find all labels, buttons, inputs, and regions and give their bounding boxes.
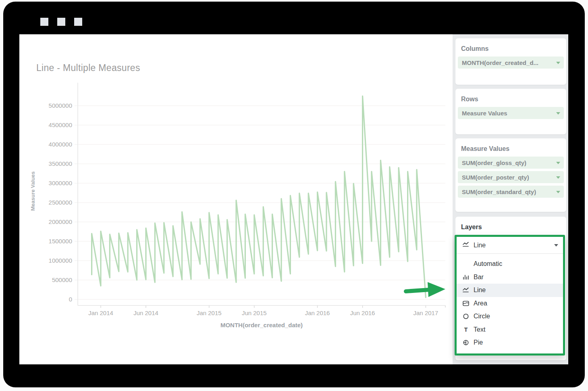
app-window: Line - Multiple Measures 050000010000001… bbox=[19, 34, 568, 364]
svg-text:MONTH(order_created_date): MONTH(order_created_date) bbox=[220, 322, 303, 328]
columns-shelf-label: Columns bbox=[455, 38, 566, 56]
svg-text:1000000: 1000000 bbox=[49, 257, 72, 264]
arrow-right-icon bbox=[400, 276, 449, 301]
svg-text:5000000: 5000000 bbox=[49, 102, 72, 109]
titlebar-button-3[interactable] bbox=[74, 18, 82, 26]
option-label: Pie bbox=[474, 339, 483, 346]
annotation-arrow bbox=[400, 276, 449, 301]
layers-dropdown: Line Automatic Bar Line bbox=[455, 235, 565, 355]
svg-text:Jan 2014: Jan 2014 bbox=[88, 309, 113, 316]
measure-pill-poster[interactable]: SUM(order_poster_qty) bbox=[458, 171, 564, 183]
svg-text:3500000: 3500000 bbox=[49, 160, 72, 167]
layers-option-bar[interactable]: Bar bbox=[457, 271, 563, 284]
svg-text:2500000: 2500000 bbox=[49, 199, 72, 206]
option-label: Area bbox=[474, 300, 487, 307]
svg-text:4500000: 4500000 bbox=[49, 121, 72, 128]
pie-chart-icon bbox=[462, 339, 470, 346]
area-chart-icon bbox=[462, 300, 470, 307]
svg-text:Jun 2014: Jun 2014 bbox=[133, 309, 158, 316]
option-label: Circle bbox=[474, 313, 490, 320]
option-label: Bar bbox=[474, 274, 484, 281]
layers-option-circle[interactable]: Circle bbox=[457, 310, 563, 323]
measure-pill-gloss-label: SUM(order_gloss_qty) bbox=[462, 159, 526, 166]
titlebar-button-2[interactable] bbox=[57, 18, 65, 26]
layers-option-automatic[interactable]: Automatic bbox=[457, 257, 563, 271]
screenshot-root: { "chart_title": "Line - Multiple Measur… bbox=[0, 0, 588, 391]
measure-values-shelf: Measure Values SUM(order_gloss_qty) SUM(… bbox=[455, 138, 566, 212]
layers-option-pie[interactable]: Pie bbox=[457, 336, 563, 349]
layers-option-area[interactable]: Area bbox=[457, 297, 563, 310]
svg-text:4000000: 4000000 bbox=[49, 141, 72, 148]
svg-text:Jun 2016: Jun 2016 bbox=[350, 309, 375, 316]
option-label: Text bbox=[474, 326, 485, 333]
bar-chart-icon bbox=[462, 274, 470, 280]
columns-shelf: Columns MONTH(order_created_d... bbox=[455, 38, 566, 85]
option-label: Automatic bbox=[474, 260, 502, 268]
svg-text:Jan 2015: Jan 2015 bbox=[197, 309, 222, 316]
rows-shelf-label: Rows bbox=[455, 89, 566, 107]
layers-shelf-label: Layers bbox=[455, 217, 566, 235]
measure-pill-standard-label: SUM(order_standard_qty) bbox=[462, 188, 536, 195]
chevron-down-icon bbox=[554, 244, 558, 247]
line-chart[interactable]: 0500000100000015000002000000250000030000… bbox=[19, 34, 453, 364]
svg-text:1500000: 1500000 bbox=[49, 238, 72, 245]
svg-text:3000000: 3000000 bbox=[49, 180, 72, 186]
chevron-down-icon[interactable] bbox=[556, 62, 560, 64]
circle-icon bbox=[462, 313, 470, 320]
rows-pill[interactable]: Measure Values bbox=[458, 107, 564, 119]
measure-pill-poster-label: SUM(order_poster_qty) bbox=[462, 174, 529, 181]
layers-menu: Automatic Bar Line bbox=[457, 254, 563, 349]
measure-values-shelf-label: Measure Values bbox=[455, 138, 566, 157]
svg-text:Jan 2017: Jan 2017 bbox=[413, 309, 438, 316]
layers-selected-value: Line bbox=[474, 242, 550, 249]
rows-shelf: Rows Measure Values bbox=[455, 89, 566, 134]
chevron-down-icon[interactable] bbox=[556, 176, 560, 179]
layers-dropdown-trigger[interactable]: Line bbox=[457, 237, 563, 254]
chevron-down-icon[interactable] bbox=[556, 162, 560, 164]
svg-text:Jan 2016: Jan 2016 bbox=[305, 309, 330, 316]
rows-pill-label: Measure Values bbox=[462, 110, 507, 117]
text-icon: T bbox=[462, 326, 470, 333]
svg-text:0: 0 bbox=[69, 296, 72, 303]
chevron-down-icon[interactable] bbox=[556, 112, 560, 115]
svg-text:500000: 500000 bbox=[52, 276, 72, 283]
svg-text:Jun 2015: Jun 2015 bbox=[242, 309, 267, 316]
columns-pill-label: MONTH(order_created_d... bbox=[462, 59, 538, 66]
svg-text:T: T bbox=[464, 326, 468, 333]
titlebar-button-1[interactable] bbox=[40, 18, 48, 26]
measure-pill-standard[interactable]: SUM(order_standard_qty) bbox=[458, 186, 564, 198]
option-label: Line bbox=[474, 286, 486, 294]
columns-pill[interactable]: MONTH(order_created_d... bbox=[458, 56, 564, 69]
layers-option-line[interactable]: Line bbox=[457, 284, 563, 297]
svg-text:2000000: 2000000 bbox=[49, 218, 72, 225]
layers-option-text[interactable]: T Text bbox=[457, 323, 563, 337]
line-chart-icon bbox=[462, 287, 470, 293]
measure-pill-gloss[interactable]: SUM(order_gloss_qty) bbox=[458, 157, 564, 169]
line-chart-icon bbox=[462, 242, 470, 249]
svg-text:Measure Values: Measure Values bbox=[30, 171, 36, 211]
chevron-down-icon[interactable] bbox=[556, 191, 560, 193]
